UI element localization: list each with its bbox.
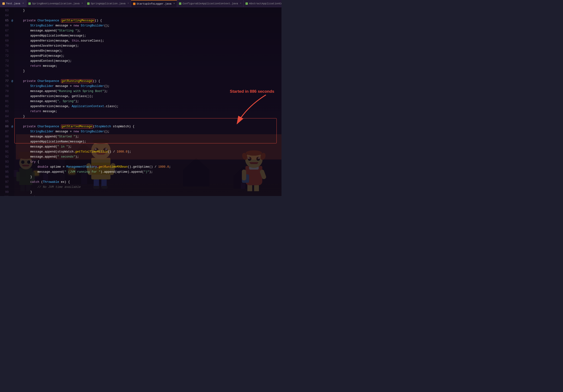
tab-springbootlove[interactable]: SpringBootLoveApplication.java × [26,0,85,7]
ln-70: 70 [0,43,9,49]
ln-95: 95 [0,170,9,175]
ln-76: 76 [0,74,9,79]
configurableapp-label: ConfigurableApplicationContext.java [182,2,238,5]
springapp-close[interactable]: × [128,2,129,5]
springapp-icon [87,2,90,5]
gutter-65: @ [10,18,14,23]
code-line-100: return message; [16,195,282,196]
springbootlove-icon [28,2,31,5]
startupinfo-close[interactable]: × [173,2,175,5]
test-tab-label: Test.java [6,2,20,5]
test-tab-icon [2,2,5,5]
test-tab-close[interactable]: × [22,2,24,5]
code-line-78: StringBuilder message = new StringBuilde… [16,84,282,89]
ln-100: 100 [0,195,9,196]
startupinfo-label: StartupInfoLogger.java [137,2,171,5]
code-line-88: message.append("Started "); [16,134,282,139]
code-line-74: return message; [16,64,282,69]
abstractapp-label: AbstractApplicationContext.java [249,2,282,5]
ln-86: 86 [0,124,9,129]
code-line-64 [16,13,282,18]
code-line-92: message.append(" seconds"); [16,154,282,160]
ln-77: 77 [0,79,9,84]
code-line-89: appendApplicationName(message); [16,139,282,144]
ln-81: 81 [0,99,9,104]
configurableapp-close[interactable]: × [240,2,241,5]
configurableapp-icon [179,2,181,5]
code-line-71: appendOn(message); [16,49,282,53]
code-line-95: message.append(" (JVM running for ").app… [16,170,282,175]
ln-85: 85 [0,119,9,124]
code-line-97: catch (Throwable ex) { [16,180,282,185]
ln-91: 91 [0,149,9,154]
ln-84: 84 [0,114,9,119]
tab-test[interactable]: Test.java × [0,0,26,7]
ln-67: 67 [0,28,9,33]
ln-92: 92 [0,154,9,160]
code-line-77: private CharSequence getRunningMessage()… [16,79,282,84]
gutter-86: @ [10,124,14,129]
ln-83: 83 [0,109,9,114]
springbootlove-close[interactable]: × [81,2,83,5]
code-line-67: message.append("Starting "); [16,28,282,33]
code-line-68: appendApplicationName(message); [16,33,282,38]
code-line-69: appendVersion(message, this.sourceClass)… [16,38,282,43]
code-line-98: // No JVM time available [16,185,282,190]
ln-75: 75 [0,69,9,74]
code-line-73: appendContext(message); [16,59,282,64]
ln-78: 78 [0,84,9,89]
ln-73: 73 [0,59,9,64]
code-line-90: message.append(" in "); [16,144,282,149]
code-line-75: } [16,69,282,74]
code-line-94: double uptime = ManagementFactory.getRun… [16,164,282,170]
ln-98: 98 [0,185,9,190]
tab-configurableapp[interactable]: ConfigurableApplicationContext.java × [177,0,243,7]
ln-99: 99 [0,190,9,195]
code-line-96: } [16,175,282,180]
ln-93: 93 [0,160,9,164]
ln-66: 66 [0,23,9,28]
ln-71: 71 [0,49,9,53]
code-content: } private CharSequence getStartingMessag… [14,7,282,196]
abstractapp-icon [245,2,248,5]
red-arrow [228,92,280,131]
gutter: @ @ @ [10,7,14,196]
tab-bar: Test.java × SpringBootLoveApplication.ja… [0,0,282,7]
ln-87: 87 [0,129,9,134]
code-line-93: try { [16,160,282,164]
ln-97: 97 [0,180,9,185]
code-line-66: StringBuilder message = new StringBuilde… [16,23,282,28]
springapp-label: SpringApplication.java [91,2,126,5]
ln-69: 69 [0,38,9,43]
ln-68: 68 [0,33,9,38]
tab-startupinfo[interactable]: StartupInfoLogger.java × [131,0,177,7]
code-line-91: message.append(stopWatch.getTotalTimeMil… [16,149,282,154]
code-line-99: } [16,190,282,195]
editor-window: Test.java × SpringBootLoveApplication.ja… [0,0,282,196]
ln-74: 74 [0,64,9,69]
ln-80: 80 [0,94,9,99]
ln-88: 88 [0,134,9,139]
ln-64: 64 [0,13,9,18]
tab-springapp[interactable]: SpringApplication.java × [85,0,131,7]
ln-65: 65 [0,18,9,23]
startupinfo-icon [133,3,135,5]
code-line-63: } [16,8,282,13]
code-line-72: appendPid(message); [16,53,282,59]
ln-79: 79 [0,89,9,94]
ln-63: 63 [0,8,9,13]
ln-72: 72 [0,53,9,59]
code-editor: 63 64 65 66 67 68 69 70 71 72 73 74 75 7… [0,7,282,196]
code-line-76 [16,74,282,79]
ln-90: 90 [0,144,9,149]
code-line-65: private CharSequence getStartingMessage(… [16,18,282,23]
gutter-77: @ [10,79,14,84]
line-numbers: 63 64 65 66 67 68 69 70 71 72 73 74 75 7… [0,7,10,196]
code-line-70: appendJavaVersion(message); [16,43,282,49]
ln-82: 82 [0,104,9,109]
ln-89: 89 [0,139,9,144]
ln-96: 96 [0,175,9,180]
ln-94: 94 [0,164,9,170]
springbootlove-label: SpringBootLoveApplication.java [32,2,79,5]
tab-abstractapp[interactable]: AbstractApplicationContext.java × [243,0,282,7]
